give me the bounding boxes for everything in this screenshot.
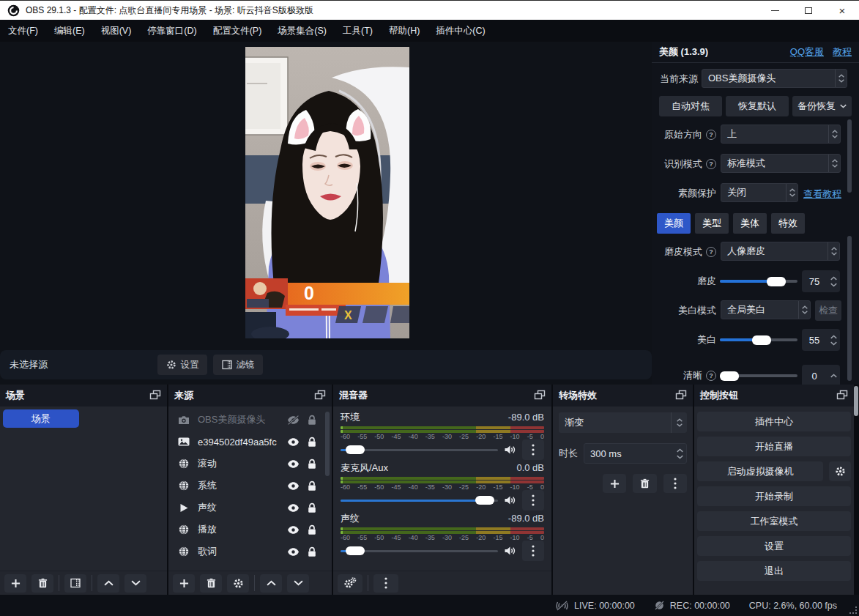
whiten-mode-dropdown[interactable]: 全局美白 [721,300,811,319]
volume-slider[interactable] [341,495,498,505]
spinner-arrows-icon[interactable] [835,70,847,87]
studio-mode-button[interactable]: 工作室模式 [697,511,851,531]
visibility-toggle[interactable] [283,459,302,469]
beauty-tab[interactable]: 美颜 [657,213,691,234]
menu-item[interactable]: 文件(F) [0,20,46,42]
exit-button[interactable]: 退出 [697,561,851,581]
slider-handle[interactable] [346,546,365,555]
popup-window-icon[interactable] [534,390,546,402]
move-scene-down-button[interactable] [124,574,146,593]
popup-window-icon[interactable] [314,390,326,402]
slider-handle[interactable] [346,445,365,454]
restore-default-button[interactable]: 恢复默认 [726,96,789,116]
close-button[interactable]: × [825,1,859,20]
source-row[interactable]: 声纹 [168,497,324,519]
start-recording-button[interactable]: 开始录制 [697,486,851,506]
smooth-value-box[interactable]: 75 [802,270,840,292]
menu-item[interactable]: 配置文件(P) [205,20,270,42]
transition-type-dropdown[interactable]: 渐变 [559,412,687,433]
orientation-dropdown[interactable]: 上 [721,125,841,144]
popup-window-icon[interactable] [675,390,687,402]
duration-input[interactable]: 300 ms [584,443,687,464]
lock-toggle[interactable] [302,480,321,491]
lock-toggle[interactable] [302,502,321,513]
spinner-arrows-icon[interactable] [827,276,840,287]
visibility-toggle[interactable] [283,547,302,557]
smooth-mode-dropdown[interactable]: 人像磨皮 [721,242,840,261]
popup-window-icon[interactable] [149,390,161,402]
spinner-arrows-icon[interactable] [827,335,840,346]
visibility-toggle[interactable] [283,481,302,491]
spinner-arrows-icon[interactable] [671,412,687,433]
bare-face-dropdown[interactable]: 关闭 [721,183,798,202]
spinner-arrows-icon[interactable] [786,184,797,201]
maximize-button[interactable] [792,1,825,20]
speaker-icon[interactable] [504,546,516,556]
source-properties-button[interactable]: 设置 [157,355,207,375]
transition-menu-button[interactable] [663,474,687,493]
source-row[interactable]: 系统 [168,475,324,497]
channel-menu-button[interactable] [522,490,544,511]
remove-source-button[interactable] [200,574,222,593]
help-icon[interactable]: ? [706,130,716,140]
source-properties-button[interactable] [227,574,249,593]
visibility-toggle[interactable] [283,437,302,447]
minimize-button[interactable] [758,1,792,20]
spinner-arrows-icon[interactable] [828,155,840,172]
source-row[interactable]: OBS美颜摄像头 [168,409,324,431]
menu-item[interactable]: 编辑(E) [46,20,93,42]
move-source-up-button[interactable] [260,574,282,593]
detect-mode-dropdown[interactable]: 标准模式 [721,154,841,173]
backup-restore-button[interactable]: 备份恢复 [792,96,852,116]
slider-handle[interactable] [752,335,771,345]
tutorial-link[interactable]: 教程 [833,45,852,59]
menu-item[interactable]: 场景集合(S) [269,20,335,42]
visibility-toggle[interactable] [283,415,302,425]
resize-grip[interactable] [849,606,857,614]
speaker-icon[interactable] [504,445,516,455]
menu-item[interactable]: 插件中心(C) [428,20,493,42]
remove-transition-button[interactable] [633,474,656,493]
beauty-tab[interactable]: 美体 [733,213,767,234]
plugin-center-button[interactable]: 插件中心 [697,412,851,431]
slider-handle[interactable] [475,496,494,505]
clarity-slider[interactable] [720,365,797,385]
add-source-button[interactable] [173,574,195,593]
current-source-dropdown[interactable]: OBS美颜摄像头 [702,69,847,88]
volume-slider[interactable] [341,546,498,556]
autofocus-button[interactable]: 自动对焦 [659,96,722,116]
help-icon[interactable]: ? [706,159,716,169]
advanced-audio-button[interactable] [338,574,362,593]
start-virtual-camera-button[interactable]: 启动虚拟摄像机 [697,461,823,481]
smooth-slider[interactable] [720,270,797,292]
check-button[interactable]: 检查 [815,300,841,321]
menu-item[interactable]: 帮助(H) [381,20,428,42]
source-row[interactable]: 播放 [168,519,324,541]
lock-toggle[interactable] [302,546,321,557]
lock-toggle[interactable] [302,524,321,535]
menu-item[interactable]: 视图(V) [93,20,140,42]
beauty-tab[interactable]: 美型 [695,213,729,234]
channel-menu-button[interactable] [522,439,544,460]
settings-button[interactable]: 设置 [697,536,851,556]
move-source-down-button[interactable] [287,574,309,593]
slider-handle[interactable] [767,277,786,286]
add-transition-button[interactable] [603,474,626,493]
virtual-camera-settings-button[interactable] [829,461,851,481]
whiten-slider[interactable] [720,329,797,351]
whiten-value-box[interactable]: 55 [802,329,840,351]
spinner-arrows-icon[interactable] [673,448,686,459]
spinner-arrows-icon[interactable] [798,301,810,319]
spinner-arrows-icon[interactable] [828,125,840,143]
view-tutorial-link[interactable]: 查看教程 [803,188,841,201]
qq-support-link[interactable]: QQ客服 [790,45,824,59]
menu-item[interactable]: 工具(T) [335,20,381,42]
visibility-toggle[interactable] [283,525,302,535]
scrollbar-thumb[interactable] [847,236,852,381]
volume-slider[interactable] [341,445,498,455]
popup-window-icon[interactable] [836,390,848,402]
preview-video[interactable]: 0 X [245,47,409,338]
move-scene-up-button[interactable] [97,574,119,593]
spinner-arrows-icon[interactable] [828,242,839,260]
source-filters-button[interactable]: 滤镜 [213,355,263,375]
